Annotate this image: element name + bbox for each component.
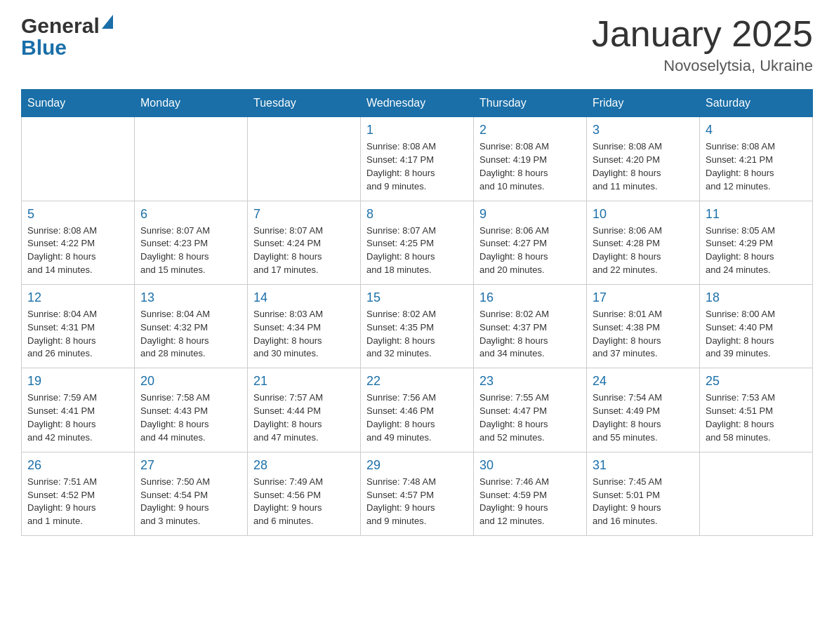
calendar-week-row: 12Sunrise: 8:04 AM Sunset: 4:31 PM Dayli… [22, 284, 813, 368]
day-info: Sunrise: 8:08 AM Sunset: 4:21 PM Dayligh… [706, 140, 807, 193]
day-header-tuesday: Tuesday [248, 90, 361, 117]
calendar-cell: 27Sunrise: 7:50 AM Sunset: 4:54 PM Dayli… [135, 452, 248, 535]
calendar-cell: 29Sunrise: 7:48 AM Sunset: 4:57 PM Dayli… [361, 452, 474, 535]
calendar-week-row: 5Sunrise: 8:08 AM Sunset: 4:22 PM Daylig… [22, 201, 813, 284]
day-info: Sunrise: 7:58 AM Sunset: 4:43 PM Dayligh… [140, 391, 241, 444]
calendar-cell: 5Sunrise: 8:08 AM Sunset: 4:22 PM Daylig… [22, 201, 135, 284]
day-number: 20 [140, 374, 241, 389]
day-number: 18 [706, 290, 807, 305]
day-number: 12 [27, 290, 128, 305]
calendar-cell: 1Sunrise: 8:08 AM Sunset: 4:17 PM Daylig… [361, 117, 474, 201]
day-number: 31 [593, 458, 694, 473]
day-number: 19 [27, 374, 128, 389]
day-number: 10 [593, 207, 694, 222]
calendar-cell: 16Sunrise: 8:02 AM Sunset: 4:37 PM Dayli… [474, 284, 587, 368]
day-info: Sunrise: 8:06 AM Sunset: 4:28 PM Dayligh… [593, 224, 694, 277]
calendar-cell: 10Sunrise: 8:06 AM Sunset: 4:28 PM Dayli… [587, 201, 700, 284]
day-number: 15 [366, 290, 468, 305]
day-info: Sunrise: 7:55 AM Sunset: 4:47 PM Dayligh… [479, 391, 581, 444]
day-info: Sunrise: 8:03 AM Sunset: 4:34 PM Dayligh… [253, 308, 355, 361]
day-number: 13 [140, 290, 241, 305]
day-info: Sunrise: 7:53 AM Sunset: 4:51 PM Dayligh… [706, 391, 807, 444]
day-info: Sunrise: 7:50 AM Sunset: 4:54 PM Dayligh… [140, 476, 241, 528]
day-number: 1 [366, 123, 468, 137]
day-number: 14 [253, 290, 355, 305]
calendar-cell: 14Sunrise: 8:03 AM Sunset: 4:34 PM Dayli… [248, 284, 361, 368]
calendar-subtitle: Novoselytsia, Ukraine [592, 57, 813, 75]
day-number: 16 [479, 290, 581, 305]
day-number: 2 [479, 123, 581, 137]
day-number: 17 [593, 290, 694, 305]
logo-general-text: General [21, 14, 100, 37]
calendar-cell: 21Sunrise: 7:57 AM Sunset: 4:44 PM Dayli… [248, 368, 361, 452]
day-number: 3 [593, 123, 694, 137]
calendar-cell: 20Sunrise: 7:58 AM Sunset: 4:43 PM Dayli… [135, 368, 248, 452]
day-number: 22 [366, 374, 468, 389]
day-info: Sunrise: 8:08 AM Sunset: 4:20 PM Dayligh… [593, 140, 694, 193]
calendar-week-row: 19Sunrise: 7:59 AM Sunset: 4:41 PM Dayli… [22, 368, 813, 452]
day-number: 24 [593, 374, 694, 389]
day-number: 4 [706, 123, 807, 137]
calendar-cell: 7Sunrise: 8:07 AM Sunset: 4:24 PM Daylig… [248, 201, 361, 284]
day-info: Sunrise: 8:08 AM Sunset: 4:17 PM Dayligh… [366, 140, 468, 193]
day-info: Sunrise: 8:04 AM Sunset: 4:32 PM Dayligh… [140, 308, 241, 361]
calendar-cell [700, 452, 813, 535]
day-header-saturday: Saturday [700, 90, 813, 117]
calendar-cell: 12Sunrise: 8:04 AM Sunset: 4:31 PM Dayli… [22, 284, 135, 368]
day-info: Sunrise: 8:00 AM Sunset: 4:40 PM Dayligh… [706, 308, 807, 361]
day-number: 9 [479, 207, 581, 222]
day-info: Sunrise: 7:45 AM Sunset: 5:01 PM Dayligh… [593, 476, 694, 528]
calendar-cell: 15Sunrise: 8:02 AM Sunset: 4:35 PM Dayli… [361, 284, 474, 368]
day-info: Sunrise: 8:07 AM Sunset: 4:25 PM Dayligh… [366, 224, 468, 277]
calendar-cell: 11Sunrise: 8:05 AM Sunset: 4:29 PM Dayli… [700, 201, 813, 284]
calendar-cell: 9Sunrise: 8:06 AM Sunset: 4:27 PM Daylig… [474, 201, 587, 284]
day-info: Sunrise: 7:56 AM Sunset: 4:46 PM Dayligh… [366, 391, 468, 444]
day-info: Sunrise: 7:46 AM Sunset: 4:59 PM Dayligh… [479, 476, 581, 528]
day-info: Sunrise: 7:51 AM Sunset: 4:52 PM Dayligh… [27, 476, 128, 528]
day-number: 26 [27, 458, 128, 473]
calendar-cell: 2Sunrise: 8:08 AM Sunset: 4:19 PM Daylig… [474, 117, 587, 201]
day-info: Sunrise: 7:57 AM Sunset: 4:44 PM Dayligh… [253, 391, 355, 444]
day-header-wednesday: Wednesday [361, 90, 474, 117]
day-info: Sunrise: 7:54 AM Sunset: 4:49 PM Dayligh… [593, 391, 694, 444]
day-number: 21 [253, 374, 355, 389]
calendar-cell: 22Sunrise: 7:56 AM Sunset: 4:46 PM Dayli… [361, 368, 474, 452]
calendar-cell: 17Sunrise: 8:01 AM Sunset: 4:38 PM Dayli… [587, 284, 700, 368]
day-number: 11 [706, 207, 807, 222]
calendar-cell [22, 117, 135, 201]
calendar-cell: 24Sunrise: 7:54 AM Sunset: 4:49 PM Dayli… [587, 368, 700, 452]
day-number: 29 [366, 458, 468, 473]
calendar-cell: 26Sunrise: 7:51 AM Sunset: 4:52 PM Dayli… [22, 452, 135, 535]
calendar-cell: 6Sunrise: 8:07 AM Sunset: 4:23 PM Daylig… [135, 201, 248, 284]
logo-blue-text: Blue [21, 36, 113, 59]
day-info: Sunrise: 8:06 AM Sunset: 4:27 PM Dayligh… [479, 224, 581, 277]
calendar-cell: 19Sunrise: 7:59 AM Sunset: 4:41 PM Dayli… [22, 368, 135, 452]
day-number: 23 [479, 374, 581, 389]
day-header-friday: Friday [587, 90, 700, 117]
day-info: Sunrise: 7:48 AM Sunset: 4:57 PM Dayligh… [366, 476, 468, 528]
day-number: 28 [253, 458, 355, 473]
calendar-cell [248, 117, 361, 201]
logo: General Blue [21, 14, 113, 59]
calendar-cell: 4Sunrise: 8:08 AM Sunset: 4:21 PM Daylig… [700, 117, 813, 201]
day-number: 30 [479, 458, 581, 473]
calendar-cell: 28Sunrise: 7:49 AM Sunset: 4:56 PM Dayli… [248, 452, 361, 535]
day-number: 7 [253, 207, 355, 222]
day-number: 5 [27, 207, 128, 222]
day-number: 27 [140, 458, 241, 473]
calendar-cell: 13Sunrise: 8:04 AM Sunset: 4:32 PM Dayli… [135, 284, 248, 368]
calendar-cell: 3Sunrise: 8:08 AM Sunset: 4:20 PM Daylig… [587, 117, 700, 201]
calendar-cell: 31Sunrise: 7:45 AM Sunset: 5:01 PM Dayli… [587, 452, 700, 535]
day-header-sunday: Sunday [22, 90, 135, 117]
day-info: Sunrise: 8:02 AM Sunset: 4:37 PM Dayligh… [479, 308, 581, 361]
day-info: Sunrise: 8:02 AM Sunset: 4:35 PM Dayligh… [366, 308, 468, 361]
calendar-cell: 23Sunrise: 7:55 AM Sunset: 4:47 PM Dayli… [474, 368, 587, 452]
page-header: General Blue January 2025 Novoselytsia, … [21, 14, 813, 75]
calendar-table: SundayMondayTuesdayWednesdayThursdayFrid… [21, 89, 813, 536]
day-number: 6 [140, 207, 241, 222]
calendar-cell: 25Sunrise: 7:53 AM Sunset: 4:51 PM Dayli… [700, 368, 813, 452]
day-header-monday: Monday [135, 90, 248, 117]
day-info: Sunrise: 8:01 AM Sunset: 4:38 PM Dayligh… [593, 308, 694, 361]
day-number: 25 [706, 374, 807, 389]
day-info: Sunrise: 8:08 AM Sunset: 4:19 PM Dayligh… [479, 140, 581, 193]
